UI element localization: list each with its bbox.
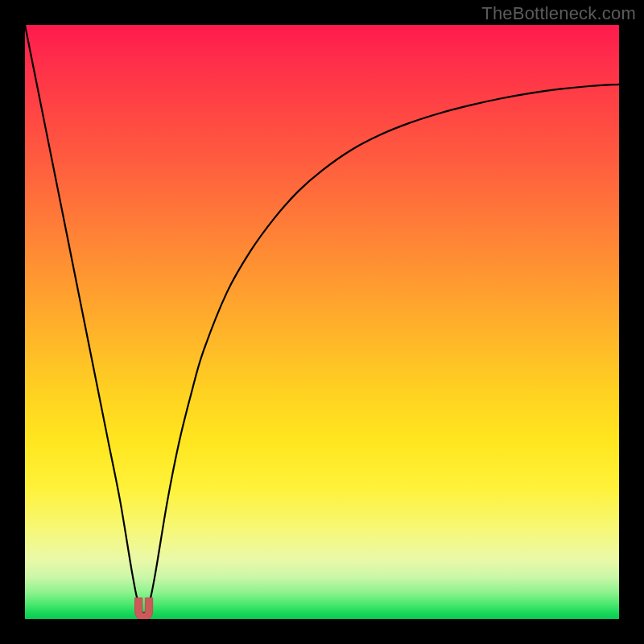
plot-area bbox=[25, 25, 619, 619]
bottleneck-curve bbox=[25, 25, 619, 613]
outer-frame: TheBottleneck.com bbox=[0, 0, 644, 644]
minimum-marker bbox=[135, 598, 153, 619]
curve-layer bbox=[25, 25, 619, 619]
watermark-text: TheBottleneck.com bbox=[481, 3, 636, 24]
